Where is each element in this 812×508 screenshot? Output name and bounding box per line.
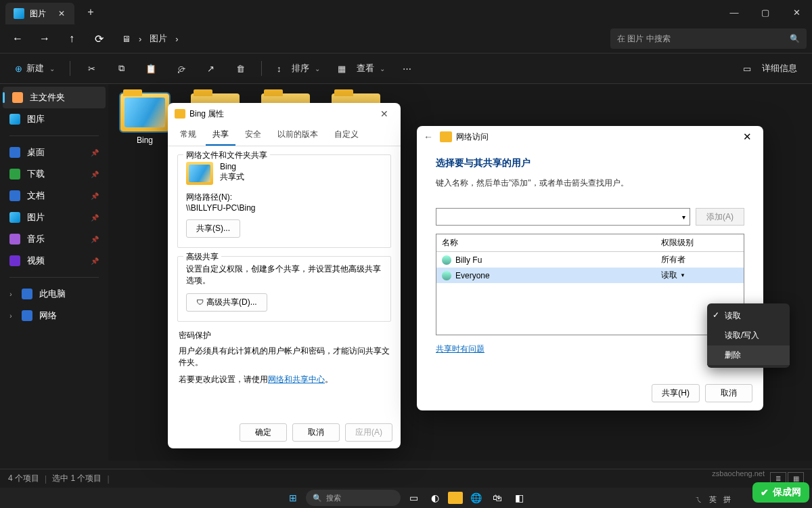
close-window-button[interactable]: ✕ — [781, 0, 812, 24]
sidebar-item-desktop[interactable]: 桌面📌 — [0, 142, 108, 163]
dialog-titlebar[interactable]: Bing 属性 ✕ — [168, 103, 401, 125]
taskbar-search[interactable]: 🔍搜索 — [306, 490, 401, 506]
sidebar-item-pictures[interactable]: 图片📌 — [0, 207, 108, 228]
back-icon[interactable]: ← — [424, 131, 440, 142]
language-indicator[interactable]: ㄟ英拼 — [695, 494, 731, 505]
menu-item-readwrite[interactable]: 读取/写入 — [707, 326, 790, 345]
new-button[interactable]: ⊕新建⌄ — [8, 58, 62, 79]
up-button[interactable]: ↑ — [60, 26, 84, 51]
cancel-button[interactable]: 取消 — [292, 423, 340, 442]
sidebar-item-music[interactable]: 音乐📌 — [0, 228, 108, 250]
help-link[interactable]: 共享时有问题 — [436, 344, 484, 354]
user-combobox[interactable]: ▾ — [436, 208, 690, 226]
forward-button[interactable]: → — [32, 26, 57, 51]
close-icon[interactable]: ✕ — [375, 104, 394, 123]
tab-security[interactable]: 安全 — [238, 125, 268, 146]
sort-icon: ↕ — [277, 64, 281, 74]
sidebar-item-videos[interactable]: 视频📌 — [0, 250, 108, 272]
dialog-header[interactable]: ← 网络访问 ✕ — [417, 126, 763, 148]
status-selected-count: 选中 1 个项目 — [52, 473, 102, 484]
store-taskbar-icon[interactable]: 🛍 — [489, 489, 506, 507]
monitor-icon: 🖥 — [122, 34, 131, 44]
task-view-button[interactable]: ▭ — [405, 489, 422, 507]
app-taskbar-icon[interactable]: ◧ — [510, 489, 528, 507]
breadcrumb-item[interactable]: 图片 — [150, 33, 167, 45]
sidebar-item-network[interactable]: ›网络 — [0, 305, 108, 326]
network-center-link[interactable]: 网络和共享中心 — [268, 375, 325, 384]
netpath-value: \\BILLYFU-PC\Bing — [186, 203, 382, 213]
more-button[interactable]: ⋯ — [396, 58, 418, 79]
share-button[interactable]: 共享(S)... — [186, 219, 240, 238]
share-confirm-button[interactable]: 共享(H) — [652, 384, 700, 402]
status-item-count: 4 个项目 — [8, 473, 39, 484]
col-perm[interactable]: 权限级别 — [656, 234, 744, 251]
sidebar-item-downloads[interactable]: 下载📌 — [0, 163, 108, 185]
sort-button[interactable]: ↕ 排序⌄ — [270, 58, 327, 79]
person-icon — [442, 255, 451, 265]
toolbar: ⊕新建⌄ ✂ ⧉ 📋 ⌮ ↗ 🗑 ↕ 排序⌄ ▦ 查看⌄ ⋯ ▭ 详细信息 — [0, 53, 812, 84]
permission-context-menu: 读取 读取/写入 删除 — [707, 303, 790, 368]
explorer-taskbar-icon[interactable] — [448, 492, 463, 504]
rename-button[interactable]: ⌮ — [168, 58, 194, 79]
folder-icon — [440, 131, 452, 142]
new-tab-button[interactable]: + — [80, 6, 102, 18]
table-row[interactable]: Billy Fu 所有者 — [436, 252, 744, 268]
share-icon: ↗ — [204, 62, 217, 75]
apply-button[interactable]: 应用(A) — [345, 423, 392, 442]
tab-custom[interactable]: 自定义 — [328, 125, 365, 146]
col-name[interactable]: 名称 — [436, 234, 656, 251]
close-tab-icon[interactable]: ✕ — [57, 9, 66, 18]
search-input[interactable]: 在 图片 中搜索 🔍 — [610, 28, 807, 49]
details-icon: ▭ — [743, 64, 751, 74]
share-button[interactable]: ↗ — [198, 58, 223, 79]
desktop-icon — [9, 147, 20, 158]
shield-icon: ✔ — [761, 487, 769, 498]
folder-item[interactable]: Bing — [118, 93, 172, 145]
sidebar-item-home[interactable]: 主文件夹 — [3, 87, 106, 108]
add-button[interactable]: 添加(A) — [696, 208, 744, 226]
copy-button[interactable]: ⧉ — [108, 58, 134, 79]
pictures-icon — [14, 8, 24, 19]
refresh-button[interactable]: ⟳ — [87, 26, 111, 51]
paste-button[interactable]: 📋 — [138, 58, 164, 79]
table-row[interactable]: Everyone 读取 — [436, 268, 744, 283]
cut-icon: ✂ — [85, 62, 97, 75]
status-bar: 4 个项目 | 选中 1 个项目 | ≣ ▦ — [0, 469, 812, 488]
permission-dropdown[interactable]: 读取 — [656, 268, 744, 283]
sidebar-item-gallery[interactable]: 图库 — [0, 108, 108, 130]
maximize-button[interactable]: ▢ — [750, 0, 781, 24]
minimize-button[interactable]: — — [719, 0, 750, 24]
navbar: ← → ↑ ⟳ 🖥› 图片› 在 图片 中搜索 🔍 — [0, 24, 812, 53]
menu-item-read[interactable]: 读取 — [707, 306, 790, 326]
sidebar: 主文件夹 图库 桌面📌 下载📌 文档📌 图片📌 音乐📌 视频📌 ›此电脑 ›网络 — [0, 84, 108, 461]
back-button[interactable]: ← — [5, 26, 30, 51]
cut-button[interactable]: ✂ — [78, 58, 104, 79]
breadcrumb[interactable]: 🖥› 图片› — [122, 33, 179, 45]
trash-icon: 🗑 — [234, 62, 246, 75]
network-icon — [22, 310, 32, 321]
widgets-button[interactable]: ◐ — [426, 489, 444, 507]
start-button[interactable]: ⊞ — [284, 489, 302, 507]
advanced-share-button[interactable]: 高级共享(D)... — [186, 293, 267, 312]
pw-line1: 用户必须具有此计算机的用户帐户和密码，才能访问共享文件夹。 — [179, 345, 390, 368]
close-icon[interactable]: ✕ — [738, 127, 757, 146]
delete-button[interactable]: 🗑 — [227, 58, 253, 79]
view-icon: ▦ — [338, 64, 346, 74]
chevron-down-icon: ▾ — [682, 213, 685, 221]
details-pane-button[interactable]: ▭ 详细信息 — [736, 58, 804, 79]
cancel-button[interactable]: 取消 — [705, 384, 752, 402]
sidebar-item-documents[interactable]: 文档📌 — [0, 185, 108, 207]
view-button[interactable]: ▦ 查看⌄ — [331, 58, 392, 79]
menu-item-remove[interactable]: 删除 — [707, 345, 790, 365]
tab-share[interactable]: 共享 — [206, 125, 235, 146]
ok-button[interactable]: 确定 — [240, 423, 287, 442]
active-tab[interactable]: 图片 ✕ — [5, 3, 74, 24]
tab-label: 图片 — [30, 8, 46, 20]
sidebar-item-thispc[interactable]: ›此电脑 — [0, 283, 108, 305]
window-controls: — ▢ ✕ — [719, 0, 812, 24]
tab-previous[interactable]: 以前的版本 — [271, 125, 325, 146]
search-placeholder: 在 图片 中搜索 — [617, 33, 671, 45]
password-protect-section: 密码保护 用户必须具有此计算机的用户帐户和密码，才能访问共享文件夹。 若要更改此… — [177, 330, 391, 385]
edge-taskbar-icon[interactable]: 🌐 — [467, 489, 484, 507]
tab-general[interactable]: 常规 — [173, 125, 203, 146]
